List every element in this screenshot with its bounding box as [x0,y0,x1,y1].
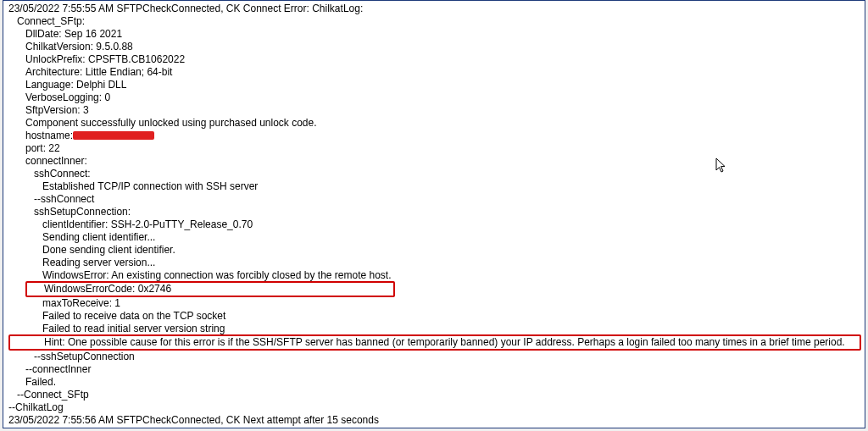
highlighted-hint-box: Hint: One possible cause for this error … [8,334,861,351]
log-line: Architecture: Little Endian; 64-bit [8,66,860,79]
log-line: UnlockPrefix: CPSFTB.CB1062022 [8,53,860,66]
log-line: Sending client identifier... [8,231,860,244]
hostname-label: hostname: [25,130,73,141]
log-line: Failed to read initial server version st… [8,323,860,335]
log-line: clientIdentifier: SSH-2.0-PuTTY_Release_… [8,218,860,231]
log-line: connectInner: [8,155,860,168]
log-line: 23/05/2022 7:55:55 AM SFTPCheckConnected… [8,3,860,15]
log-line: sshConnect: [8,168,860,180]
log-line: --sshSetupConnection [8,351,860,363]
log-line: --Connect_SFtp [8,389,860,401]
log-line: Hint: One possible cause for this error … [44,336,856,349]
log-line: WindowsError: An existing connection was… [8,269,860,282]
log-line: WindowsErrorCode: 0x2746 [44,283,390,296]
log-line: Failed to receive data on the TCP socket [8,310,860,323]
log-line: Done sending client identifier. [8,244,860,257]
log-line: Connect_SFtp: [8,15,860,28]
log-line: Language: Delphi DLL [8,79,860,91]
log-line: --connectInner [8,363,860,376]
log-line: DllDate: Sep 16 2021 [8,28,860,41]
log-line: Reading server version... [8,257,860,269]
log-line: Failed. [8,376,860,389]
log-line: SftpVersion: 3 [8,104,860,117]
log-line: port: 22 [8,142,860,155]
log-line-hostname: hostname: [8,130,860,142]
log-pane: 23/05/2022 7:55:55 AM SFTPCheckConnected… [3,1,865,428]
log-line: ChilkatVersion: 9.5.0.88 [8,41,860,53]
log-line: Component successfully unlocked using pu… [8,117,860,130]
log-line: sshSetupConnection: [8,206,860,218]
log-line: --ChilkatLog [8,401,860,414]
log-line: --sshConnect [8,193,860,206]
log-line: Established TCP/IP connection with SSH s… [8,180,860,193]
log-line: maxToReceive: 1 [8,297,860,310]
highlighted-error-box: WindowsErrorCode: 0x2746 [25,281,395,297]
log-line: 23/05/2022 7:55:56 AM SFTPCheckConnected… [8,414,860,427]
log-window-frame: 23/05/2022 7:55:55 AM SFTPCheckConnected… [3,0,865,428]
log-line: VerboseLogging: 0 [8,91,860,104]
redaction-block [73,131,154,140]
